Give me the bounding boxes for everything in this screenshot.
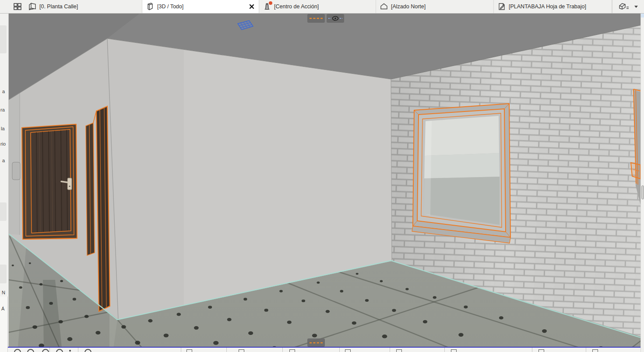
tab-label: [0. Planta Calle] <box>39 3 78 10</box>
toolbar-divider <box>78 348 78 352</box>
tab-label: [Centro de Acción] <box>274 3 319 10</box>
clipped-label: a <box>2 89 5 94</box>
3d-viewport[interactable] <box>0 0 644 352</box>
toolbar-button-partial[interactable] <box>56 349 63 352</box>
scrollbar-thumb[interactable] <box>641 185 644 199</box>
notification-dot <box>269 1 272 5</box>
floor-plan-icon <box>28 2 37 11</box>
toolbar-button-partial[interactable] <box>538 349 544 352</box>
toolbar-button-partial[interactable] <box>187 349 192 352</box>
toolbar-divider <box>390 348 390 352</box>
worksheet-icon <box>497 2 506 11</box>
clipped-label: ra <box>0 107 5 112</box>
clipped-panel-section <box>0 296 7 352</box>
toolbar-divider <box>532 348 532 352</box>
orange-dashes-icon <box>310 341 323 345</box>
archicad-window: [0. Planta Calle] [3D / Todo] <box>0 0 644 352</box>
toolbar-divider <box>226 348 227 352</box>
toolbar-button-partial[interactable] <box>69 350 71 352</box>
orange-dashes-icon <box>310 17 323 20</box>
toolbar-divider <box>49 348 50 352</box>
visibility-toggle-button[interactable] <box>327 14 344 23</box>
toolbar-button-partial[interactable] <box>42 349 49 352</box>
left-panel-edge: a ra la rio a N Á <box>0 13 9 352</box>
tab-alzado-norte[interactable]: [Alzado Norte] <box>376 0 494 13</box>
action-center-icon <box>263 2 271 11</box>
toolbar-divider <box>586 348 586 352</box>
clipped-label: N <box>2 290 5 295</box>
close-icon[interactable] <box>248 3 255 10</box>
selected-window[interactable] <box>412 104 510 243</box>
toolbar-button-partial[interactable] <box>239 349 244 352</box>
toolbar-button-partial[interactable] <box>345 349 351 352</box>
toolbar-button-partial[interactable] <box>14 349 21 352</box>
tab-overview-button[interactable] <box>11 1 25 12</box>
clipped-button[interactable] <box>0 202 7 221</box>
tab-label: [PLANTABAJA Hoja de Trabajo] <box>509 3 586 10</box>
chevron-down-icon <box>634 5 638 8</box>
elevation-icon <box>380 2 388 11</box>
toolbar-button-partial[interactable] <box>27 349 34 352</box>
clipped-label: la <box>1 126 5 131</box>
clipped-label: a <box>2 158 5 163</box>
toolbar-divider <box>282 348 283 352</box>
toolbar-button-partial[interactable] <box>84 349 91 352</box>
bottom-toolbar[interactable] <box>8 347 640 352</box>
tab-3d-todo[interactable]: [3D / Todo] <box>142 0 259 13</box>
tab-planta-calle[interactable]: [0. Planta Calle] <box>25 0 142 13</box>
eye-icon <box>328 15 343 22</box>
toolbar-divider <box>444 348 445 352</box>
toolbar-button-partial[interactable] <box>289 349 295 352</box>
selected-door[interactable] <box>22 124 77 239</box>
clipped-label: Á <box>1 306 4 311</box>
wall-switch[interactable] <box>12 162 20 180</box>
tab-label: [Alzado Norte] <box>391 3 426 10</box>
clipped-button[interactable] <box>0 265 7 283</box>
tab-list-button[interactable] <box>612 0 644 13</box>
toolbar-divider <box>181 348 181 352</box>
tab-plantabaja-worksheet[interactable]: [PLANTABAJA Hoja de Trabajo] <box>494 0 612 13</box>
tab-label: [3D / Todo] <box>157 3 183 10</box>
vertical-scrollbar[interactable] <box>640 13 644 352</box>
3d-view-icon <box>146 2 155 11</box>
clipped-label: rio <box>0 141 6 146</box>
tab-bar: [0. Planta Calle] [3D / Todo] <box>0 0 644 14</box>
marquee-toggle-button-bottom[interactable] <box>307 338 325 347</box>
toolbar-divider <box>339 348 340 352</box>
scrollbar-cap <box>641 13 644 17</box>
toolbar-button-partial[interactable] <box>592 349 598 352</box>
toolbar-button-partial[interactable] <box>451 349 457 352</box>
model-list-icon <box>618 2 631 11</box>
tab-centro-accion[interactable]: [Centro de Acción] <box>259 0 376 13</box>
marquee-toggle-button[interactable] <box>307 14 325 23</box>
clipped-button[interactable] <box>0 25 7 53</box>
grid-overview-icon <box>13 2 22 11</box>
panel-divider <box>7 296 8 352</box>
toolbar-button-partial[interactable] <box>396 349 402 352</box>
